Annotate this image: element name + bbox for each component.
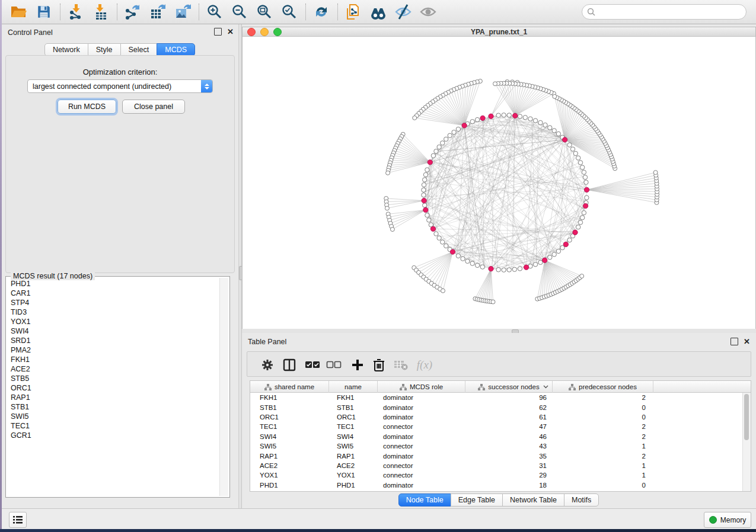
network-node[interactable]: [578, 220, 582, 225]
network-node[interactable]: [427, 218, 431, 222]
deselect-all-icon[interactable]: [326, 357, 342, 373]
run-mcds-button[interactable]: Run MCDS: [58, 100, 116, 114]
tab-node-table[interactable]: Node Table: [398, 493, 451, 507]
mcds-node[interactable]: [480, 116, 485, 120]
network-node[interactable]: [543, 123, 547, 127]
network-node[interactable]: [461, 257, 465, 261]
table-row[interactable]: TEC1TEC1connector472: [250, 422, 751, 431]
tab-network-table[interactable]: Network Table: [502, 493, 564, 507]
mcds-result-item[interactable]: TEC1: [7, 421, 219, 431]
network-node[interactable]: [552, 129, 556, 133]
mcds-node[interactable]: [562, 137, 567, 142]
mcds-list-scrollbar[interactable]: [219, 278, 228, 496]
network-node[interactable]: [573, 151, 578, 155]
mcds-result-item[interactable]: ORC1: [7, 383, 219, 393]
mcds-node[interactable]: [573, 230, 578, 235]
network-node[interactable]: [431, 153, 435, 158]
mcds-result-item[interactable]: STB5: [7, 374, 219, 383]
delete-column-icon[interactable]: [371, 357, 387, 373]
network-canvas[interactable]: [242, 37, 756, 329]
network-node[interactable]: [465, 259, 470, 263]
network-node[interactable]: [475, 263, 479, 267]
network-node[interactable]: [425, 213, 429, 217]
network-node[interactable]: [496, 268, 500, 272]
mcds-node[interactable]: [584, 187, 589, 192]
close-panel-button[interactable]: Close panel: [122, 100, 185, 114]
network-node[interactable]: [518, 267, 522, 271]
network-node[interactable]: [470, 120, 474, 124]
column-header-mcds-role[interactable]: MCDS role: [378, 381, 465, 393]
network-node[interactable]: [507, 113, 511, 117]
network-node[interactable]: [576, 156, 580, 160]
tab-mcds[interactable]: MCDS: [157, 43, 195, 56]
float-panel-icon[interactable]: [731, 338, 738, 345]
mcds-node[interactable]: [428, 160, 432, 165]
network-node[interactable]: [538, 120, 543, 124]
mcds-result-item[interactable]: YOX1: [7, 317, 219, 326]
horizontal-splitter[interactable]: [242, 329, 756, 333]
network-node[interactable]: [556, 249, 560, 253]
network-node[interactable]: [580, 274, 584, 278]
save-session-icon[interactable]: [34, 2, 54, 21]
table-row[interactable]: SWI4SWI4dominator462: [250, 432, 751, 441]
mcds-node[interactable]: [524, 265, 528, 270]
tab-motifs[interactable]: Motifs: [564, 493, 599, 507]
network-node[interactable]: [448, 133, 452, 137]
network-node[interactable]: [533, 262, 537, 267]
network-node[interactable]: [523, 116, 527, 120]
network-node[interactable]: [441, 141, 445, 145]
export-image-icon[interactable]: [173, 2, 193, 21]
network-node[interactable]: [538, 260, 543, 264]
mcds-result-item[interactable]: TID3: [7, 307, 219, 317]
mcds-result-item[interactable]: FKH1: [7, 355, 219, 364]
network-node[interactable]: [390, 227, 394, 232]
mcds-node[interactable]: [489, 114, 493, 118]
network-node[interactable]: [413, 116, 417, 120]
mcds-result-item[interactable]: SWI5: [7, 412, 219, 421]
network-node[interactable]: [533, 118, 537, 123]
import-network-icon[interactable]: [66, 2, 86, 21]
close-panel-icon[interactable]: ✕: [227, 28, 234, 35]
mcds-result-item[interactable]: PMA2: [7, 345, 219, 355]
mcds-node[interactable]: [423, 207, 428, 212]
network-node[interactable]: [437, 236, 441, 240]
mcds-result-item[interactable]: STB1: [7, 402, 219, 412]
table-row[interactable]: SWI5SWI5connector431: [250, 441, 751, 451]
network-node[interactable]: [480, 265, 484, 269]
zoom-fit-icon[interactable]: [254, 2, 275, 21]
column-header-predecessor-nodes[interactable]: predecessor nodes: [553, 381, 653, 393]
network-node[interactable]: [444, 137, 448, 141]
task-history-button[interactable]: [9, 512, 27, 528]
network-node[interactable]: [422, 182, 426, 187]
column-visibility-icon[interactable]: [281, 357, 298, 373]
network-node[interactable]: [512, 267, 516, 271]
mcds-node[interactable]: [583, 203, 588, 208]
search-box[interactable]: [582, 4, 747, 20]
network-node[interactable]: [567, 238, 572, 242]
add-column-icon[interactable]: [349, 357, 366, 373]
network-node[interactable]: [493, 82, 497, 86]
network-node[interactable]: [452, 130, 456, 134]
table-row[interactable]: PHD1PHD1dominator180: [250, 480, 751, 490]
open-session-icon[interactable]: [9, 2, 29, 21]
network-node[interactable]: [491, 300, 495, 304]
network-node[interactable]: [585, 196, 589, 200]
close-panel-icon[interactable]: ✕: [744, 338, 750, 345]
mcds-node[interactable]: [450, 249, 455, 254]
float-panel-icon[interactable]: [214, 28, 222, 36]
network-node[interactable]: [441, 240, 445, 244]
table-row[interactable]: RAP1RAP1dominator352: [250, 451, 751, 460]
network-node[interactable]: [548, 255, 552, 259]
network-node[interactable]: [582, 170, 586, 174]
table-row[interactable]: ACE2ACE2connector311: [250, 461, 751, 470]
network-node[interactable]: [475, 117, 479, 121]
network-node[interactable]: [578, 161, 582, 165]
network-node[interactable]: [528, 117, 532, 121]
column-header-name[interactable]: name: [329, 381, 378, 393]
network-node[interactable]: [567, 143, 572, 147]
export-network-icon[interactable]: [123, 2, 143, 21]
optimization-criterion-select[interactable]: largest connected component (undirected): [27, 79, 213, 93]
network-node[interactable]: [422, 178, 426, 182]
mcds-node[interactable]: [489, 266, 493, 271]
select-all-icon[interactable]: [304, 357, 321, 373]
